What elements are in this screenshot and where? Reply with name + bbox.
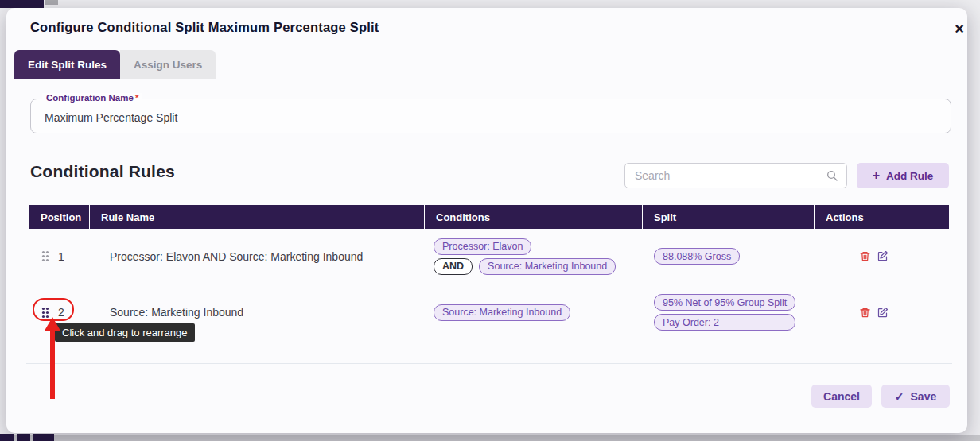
save-button[interactable]: ✓ Save <box>881 385 950 408</box>
add-rule-label: Add Rule <box>886 170 933 182</box>
horizontal-scrollbar[interactable] <box>0 435 980 441</box>
check-icon: ✓ <box>895 390 904 403</box>
position-value: 1 <box>58 250 64 263</box>
configuration-name-label: Configuration Name* <box>42 93 142 103</box>
plus-icon: + <box>873 168 880 183</box>
tab-label: Assign Users <box>134 59 202 71</box>
col-header-conditions: Conditions <box>425 205 643 229</box>
background-sidebar-fragment-top <box>0 0 44 8</box>
background-fragment-gray <box>45 0 58 5</box>
condition-chip: Source: Marketing Inbound <box>479 258 616 275</box>
tab-assign-users[interactable]: Assign Users <box>120 50 216 79</box>
tab-bar: Edit Split Rules Assign Users <box>14 50 216 79</box>
modal-title: Configure Conditional Split Maximum Perc… <box>30 20 379 35</box>
drag-handle-icon[interactable] <box>41 250 49 262</box>
search-icon <box>826 169 838 182</box>
tab-edit-split-rules[interactable]: Edit Split Rules <box>14 50 120 79</box>
col-header-rule-name: Rule Name <box>90 205 425 229</box>
footer-divider <box>26 363 952 364</box>
split-chip: 88.088% Gross <box>654 248 740 265</box>
annotation-arrow-shaft <box>50 329 55 399</box>
screen: Configure Conditional Split Maximum Perc… <box>0 0 980 441</box>
tab-label: Edit Split Rules <box>28 59 107 71</box>
search-box <box>624 163 847 188</box>
table-header: Position Rule Name Conditions Split Acti… <box>29 205 949 229</box>
required-asterisk: * <box>135 93 138 103</box>
col-header-actions: Actions <box>815 205 949 229</box>
col-header-position: Position <box>29 205 90 229</box>
cancel-button[interactable]: Cancel <box>811 385 872 408</box>
split-chip: 95% Net of 95% Group Split <box>654 294 795 311</box>
save-label: Save <box>911 390 937 403</box>
configuration-name-field[interactable]: Configuration Name* Maximum Percentage S… <box>30 99 951 133</box>
edit-icon[interactable] <box>877 250 889 262</box>
condition-chip: Source: Marketing Inbound <box>434 304 570 321</box>
cancel-label: Cancel <box>823 390 860 403</box>
condition-chip: Processor: Elavon <box>434 238 531 255</box>
configuration-name-value[interactable]: Maximum Percentage Split <box>45 111 177 124</box>
split-chip: Pay Order: 2 <box>654 314 795 331</box>
operator-chip: AND <box>434 258 472 275</box>
edit-icon[interactable] <box>877 307 889 319</box>
drag-tooltip: Click and drag to rearrange <box>55 323 195 342</box>
conditional-rules-heading: Conditional Rules <box>30 162 175 181</box>
background-sidebar-fragment-bottom <box>33 434 54 441</box>
rules-table: Position Rule Name Conditions Split Acti… <box>29 205 949 340</box>
delete-icon[interactable] <box>859 250 871 262</box>
configure-split-modal: Configure Conditional Split Maximum Perc… <box>6 8 967 433</box>
search-input[interactable] <box>625 169 826 182</box>
background-sidebar-fragment-bottom <box>18 434 30 441</box>
close-icon[interactable]: × <box>948 17 970 40</box>
label-text: Configuration Name <box>46 93 134 103</box>
col-header-split: Split <box>643 205 815 229</box>
add-rule-button[interactable]: + Add Rule <box>857 163 949 188</box>
delete-icon[interactable] <box>859 307 871 319</box>
table-row: 1 Processor: Elavon AND Source: Marketin… <box>29 229 949 284</box>
rule-name: Processor: Elavon AND Source: Marketing … <box>90 229 425 284</box>
background-sidebar-fragment-bottom <box>0 434 14 441</box>
